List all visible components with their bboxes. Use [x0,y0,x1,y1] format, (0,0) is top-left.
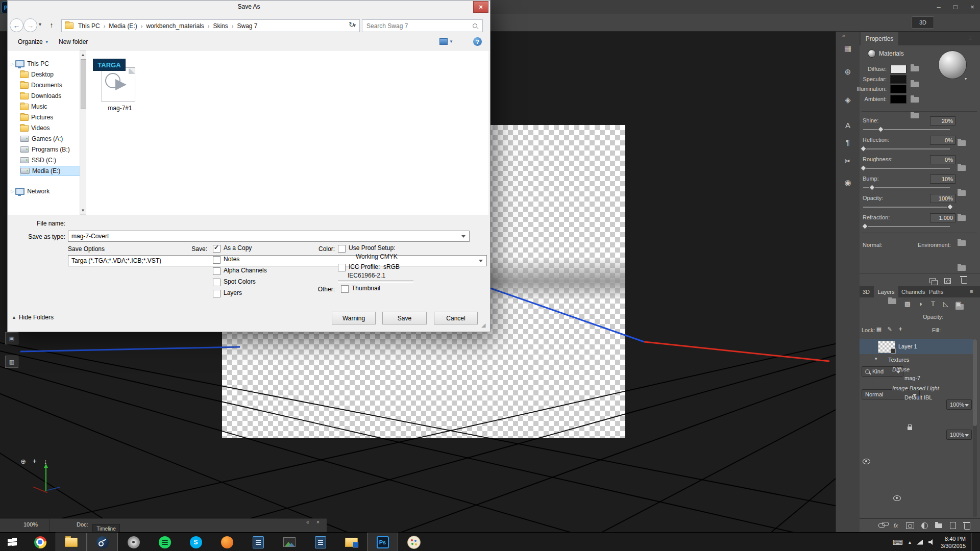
breadcrumb-workbench-materials[interactable]: workbench_materials [143,22,206,30]
file-name-combo[interactable] [68,231,470,242]
thumbnail-checkbox-row[interactable]: Thumbnail [338,285,380,293]
notes-checkbox-row[interactable]: Notes [210,256,239,264]
lock-transparency-icon[interactable]: ▦ [874,326,884,333]
group-disclosure-icon[interactable]: ▾ [875,356,877,361]
checkbox[interactable] [213,279,220,286]
opacity-value-box[interactable]: 100% [946,399,972,410]
sidebar-item-downloads[interactable]: Downloads [20,91,80,101]
up-button[interactable]: ↑ [45,19,58,31]
specular-swatch[interactable] [890,75,906,84]
reflection-slider-track[interactable] [863,148,950,149]
taskbar-item-bluedoc[interactable] [305,533,336,551]
tab-paths[interactable]: Paths [929,289,943,295]
show-desktop-button[interactable] [971,533,975,551]
taskbar-item-palette[interactable] [398,533,429,551]
ambient-texture-icon[interactable] [911,113,919,118]
taskbar-item-explorer[interactable] [56,533,87,551]
zoom-level[interactable]: 100% [23,521,38,528]
collapse-panel-icon[interactable]: « [306,519,309,525]
opacity-value-box[interactable]: 100% [930,194,955,203]
touch-keyboard-icon[interactable]: ⌨ [893,538,903,546]
scrollbar-thumb[interactable] [973,339,977,426]
layer-group-textures[interactable]: Textures [888,357,910,363]
properties-menu-icon[interactable]: ≡ [969,35,972,41]
tab-channels[interactable]: Channels [901,289,925,295]
layer-effects-icon[interactable]: fx [890,521,901,530]
clip-to-layer-icon[interactable] [927,276,938,285]
sidebar-item-videos[interactable]: Videos [20,123,80,133]
opacity-texture-icon[interactable] [958,240,966,246]
filter-type-layers-icon[interactable]: T [928,300,938,308]
tab-3d[interactable]: 3D [863,289,870,295]
refraction-value-box[interactable]: 1.000 [930,213,955,222]
tab-properties[interactable]: Properties [861,32,898,45]
sidebar-scrollbar[interactable]: ▲ ▼ [80,51,86,215]
search-box[interactable] [362,19,483,32]
taskbar-item-photoshop[interactable]: Ps [367,533,398,551]
sidebar-item-desktop[interactable]: Desktop [20,69,80,80]
panel-icon-preview[interactable]: ◉ [840,176,855,189]
filter-pixel-layers-icon[interactable]: ▩ [902,300,913,308]
back-button[interactable]: ← [10,18,23,32]
spot-colors-checkbox-row[interactable]: Spot Colors [210,279,256,286]
secondary-view-toggle-icon[interactable]: ▣ [5,332,18,344]
checkbox[interactable] [213,256,220,264]
sidebar-item-ssd-c[interactable]: SSD (C:) [20,155,80,165]
network-icon[interactable] [917,540,923,545]
visibility-eye-icon[interactable] [863,459,870,464]
taskbar-item-steam[interactable] [87,533,118,551]
taskbar-item-skype[interactable]: S [180,533,211,551]
taskbar-item-disc[interactable] [118,533,149,551]
taskbar-item-folderapp[interactable] [336,533,367,551]
layers-scrollbar[interactable] [973,339,977,517]
new-layer-icon[interactable] [947,521,959,530]
panel-icon-scissors[interactable]: ✂ [840,155,855,168]
filter-smart-objects-icon[interactable]: ▣ [953,300,964,308]
views-button[interactable]: ▼ [439,38,453,45]
resize-grip[interactable]: ◢ [481,322,485,329]
checkbox[interactable] [338,245,346,253]
scroll-down-icon[interactable]: ▼ [80,208,86,213]
light-toggle-icon[interactable] [942,276,953,285]
tray-chevron-icon[interactable]: ▴ [909,539,911,545]
roughness-value-box[interactable]: 0% [930,155,955,164]
breadcrumb-media-e[interactable]: Media (E:) [106,22,139,30]
delete-material-icon[interactable] [959,275,970,284]
shine-value-box[interactable]: 20% [930,116,955,126]
material-preview-ball[interactable] [938,51,967,79]
address-bar[interactable]: This PC› Media (E:)› workbench_materials… [61,19,360,32]
reflection-texture-icon[interactable] [958,165,966,171]
scrollbar-thumb[interactable] [81,59,86,109]
tab-layers[interactable]: Layers [874,286,898,297]
workspace-switcher-button[interactable]: 3D [912,16,934,29]
y-axis-widget[interactable] [45,468,46,491]
shine-texture-icon[interactable] [958,140,966,146]
file-name-input[interactable] [68,232,469,240]
material-picker-arrow-icon[interactable]: ▾ [965,77,967,81]
panel-icon-paragraph[interactable]: ¶ [840,135,855,148]
delete-layer-icon[interactable] [962,521,973,530]
visibility-eye-icon[interactable] [893,495,901,501]
as-a-copy-checkbox-row[interactable]: As a Copy [210,245,252,253]
layer-name[interactable]: Layer 1 [898,343,917,349]
layers-checkbox-row[interactable]: Layers [210,290,242,297]
roughness-slider-track[interactable] [863,168,950,169]
sidebar-item-this-pc[interactable]: ▷This PC [11,59,71,69]
bump-slider-track[interactable] [863,187,950,188]
orbit-camera-icon[interactable]: ⊕ [20,458,26,465]
volume-icon[interactable] [928,539,935,545]
taskbar-item-spotify[interactable] [149,533,180,551]
panel-icon-grid[interactable]: ▦ [840,42,855,55]
checkbox[interactable] [213,267,220,275]
texture-entry-mag7[interactable]: mag-7 [904,375,920,381]
taskbar-item-photos[interactable] [274,533,305,551]
texture-entry-default-ibl[interactable]: Default IBL [904,394,932,400]
sidebar-item-programs-b[interactable]: Programs (B:) [20,144,80,155]
checkbox[interactable] [213,290,220,297]
fill-value-box[interactable]: 100% [946,430,972,440]
save-as-type-combo[interactable]: Targa (*.TGA;*.VDA;*.ICB;*.VST) [68,255,487,266]
roughness-texture-icon[interactable] [958,190,966,196]
close-panel-icon[interactable]: × [316,519,320,525]
new-folder-button[interactable]: New folder [59,38,88,45]
checkbox[interactable] [338,264,346,271]
